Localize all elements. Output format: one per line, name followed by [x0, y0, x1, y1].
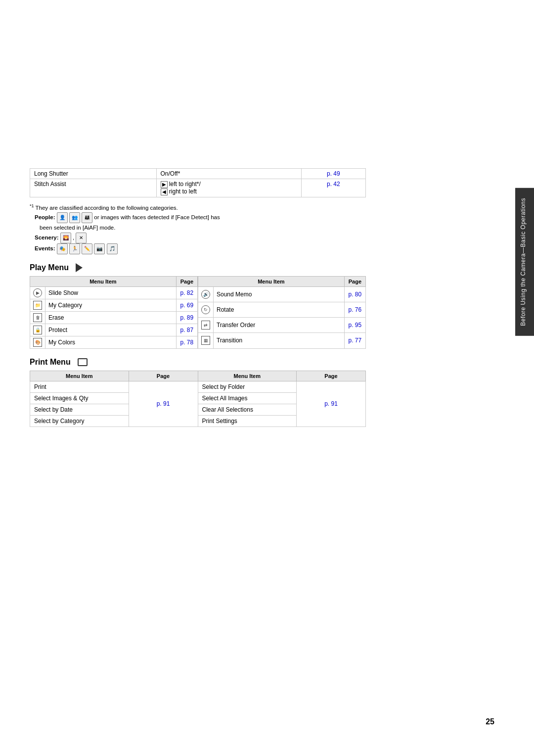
table-row: Long Shutter On/Off* p. 49	[30, 169, 366, 179]
event-icon-3: ✏️	[82, 243, 92, 254]
event-icon-5: 🎵	[107, 243, 118, 254]
table-row: Print p. 91 Select by Folder p. 91	[30, 381, 366, 392]
event-icon-1: 🎭	[57, 243, 68, 254]
page-ref[interactable]: p. 77	[344, 333, 365, 348]
events-label: Events:	[35, 245, 55, 251]
footnote-text: *1 They are classified according to the …	[30, 202, 504, 212]
play-menu-page-header: Page	[176, 276, 197, 286]
scenery-icon-1: 🌄	[60, 233, 71, 243]
play-menu-page-header-right: Page	[344, 276, 365, 286]
table-row: 🔊 Sound Memo p. 80	[198, 286, 366, 302]
footnote-section: *1 They are classified according to the …	[30, 202, 504, 254]
table-row: 🗑 Erase p. 89	[30, 311, 198, 324]
page-ref[interactable]: p. 95	[344, 318, 365, 333]
row-icon-cell: ▶	[30, 286, 45, 299]
stitch-icon: ▶	[161, 181, 168, 188]
transition-icon: ▦	[201, 336, 210, 345]
print-menu-header-row: Menu Item Page Menu Item Page	[30, 371, 366, 381]
row-icon-cell: ⇄	[198, 318, 214, 333]
colors-icon: 🎨	[33, 338, 42, 347]
page-number: 25	[486, 717, 494, 726]
page-ref[interactable]: p. 87	[176, 324, 197, 336]
print-menu-item: Clear All Selections	[198, 404, 297, 415]
play-menu-item-header: Menu Item	[30, 276, 177, 286]
rotate-icon: ↻	[201, 305, 210, 314]
superscript: *1	[30, 203, 34, 208]
page-link[interactable]: p. 42	[301, 179, 365, 197]
print-menu-item-header-right: Menu Item	[198, 371, 297, 381]
print-icon	[78, 358, 88, 366]
play-menu-left-table: Menu Item Page ▶ Slide Show p. 82 📁 My C…	[30, 276, 198, 349]
print-page-ref-right[interactable]: p. 91	[297, 381, 366, 426]
print-menu-table: Menu Item Page Menu Item Page Print p. 9…	[30, 371, 366, 427]
setting-name: Long Shutter	[30, 169, 157, 179]
page-ref[interactable]: p. 76	[344, 302, 365, 317]
menu-item-label: Slide Show	[45, 286, 177, 299]
table-row: 🔒 Protect p. 87	[30, 324, 198, 336]
play-menu-heading: Play Menu	[30, 263, 504, 272]
menu-item-label: Rotate	[214, 302, 345, 317]
page-number-text: 25	[486, 717, 494, 726]
row-icon-cell: 🔒	[30, 324, 45, 336]
row-icon-cell: 🗑	[30, 311, 45, 324]
transfer-icon: ⇄	[201, 321, 210, 330]
erase-icon: 🗑	[33, 313, 42, 322]
event-icon-4: 📷	[94, 243, 105, 254]
print-menu-title: Print Menu	[30, 358, 71, 367]
print-menu-item-header-left: Menu Item	[30, 371, 129, 381]
row-icon-cell: 🎨	[30, 336, 45, 348]
menu-item-label: Erase	[45, 311, 177, 324]
table-row: ▶ Slide Show p. 82	[30, 286, 198, 299]
scenery-icon-2: ✕	[76, 233, 87, 243]
row-icon-cell: ↻	[198, 302, 214, 317]
event-icon-2: 🏃	[69, 243, 80, 254]
page-ref[interactable]: p. 89	[176, 311, 197, 324]
top-table-section: Long Shutter On/Off* p. 49 Stitch Assist…	[30, 168, 504, 197]
top-settings-table: Long Shutter On/Off* p. 49 Stitch Assist…	[30, 168, 366, 197]
table-row: ⇄ Transfer Order p. 95	[198, 318, 366, 333]
page-content: Before Using the Camera—Basic Operations…	[0, 0, 534, 457]
menu-item-label: My Category	[45, 299, 177, 311]
page-ref[interactable]: p. 80	[344, 286, 365, 302]
row-icon-cell: 📁	[30, 299, 45, 311]
print-menu-item: Print Settings	[198, 415, 297, 426]
table-row: ↻ Rotate p. 76	[198, 302, 366, 317]
protect-icon: 🔒	[33, 326, 42, 334]
table-row: Stitch Assist ▶ left to right*/ ◀ right …	[30, 179, 366, 197]
play-menu-header-row: Menu Item Page	[30, 276, 198, 286]
print-page-ref-left[interactable]: p. 91	[129, 381, 198, 426]
footnote-people: People: 👤 👥 👨‍👩‍👧 or images with faces d…	[35, 212, 504, 223]
sound-icon: 🔊	[201, 290, 210, 299]
table-row: ▦ Transition p. 77	[198, 333, 366, 348]
category-icon: 📁	[33, 301, 42, 310]
people-icon-1: 👤	[57, 212, 68, 223]
footnote-people-cont: been selected in [AiAF] mode.	[40, 223, 504, 232]
side-tab: Before Using the Camera—Basic Operations	[515, 188, 534, 336]
play-menu-header-row-right: Menu Item Page	[198, 276, 366, 286]
scenery-label: Scenery:	[35, 235, 59, 240]
play-menu-right-table: Menu Item Page 🔊 Sound Memo p. 80 ↻ Rota…	[198, 276, 366, 349]
menu-item-label: My Colors	[45, 336, 177, 348]
row-icon-cell: 🔊	[198, 286, 214, 302]
menu-item-label: Protect	[45, 324, 177, 336]
print-menu-item: Select by Category	[30, 415, 129, 426]
page-ref[interactable]: p. 78	[176, 336, 197, 348]
people-icon-3: 👨‍👩‍👧	[82, 212, 92, 223]
slideshow-icon: ▶	[33, 288, 42, 297]
page-link[interactable]: p. 49	[301, 169, 365, 179]
page-ref[interactable]: p. 82	[176, 286, 197, 299]
print-menu-heading: Print Menu	[30, 358, 504, 367]
menu-item-label: Transfer Order	[214, 318, 345, 333]
page-ref[interactable]: p. 69	[176, 299, 197, 311]
print-menu-item: Print	[30, 381, 129, 392]
print-menu-item: Select by Date	[30, 404, 129, 415]
stitch-icon-2: ◀	[161, 189, 168, 195]
play-menu-table-wrap: Menu Item Page ▶ Slide Show p. 82 📁 My C…	[30, 276, 366, 349]
print-menu-item: Select Images & Qty	[30, 392, 129, 404]
people-icon-2: 👥	[69, 212, 80, 223]
menu-item-label: Transition	[214, 333, 345, 348]
side-tab-text: Before Using the Camera—Basic Operations	[520, 198, 527, 326]
print-menu-item: Select by Folder	[198, 381, 297, 392]
scenery-icon-separator: ,	[73, 235, 74, 240]
footnote-events: Events: 🎭 🏃 ✏️ 📷 🎵	[35, 243, 504, 254]
